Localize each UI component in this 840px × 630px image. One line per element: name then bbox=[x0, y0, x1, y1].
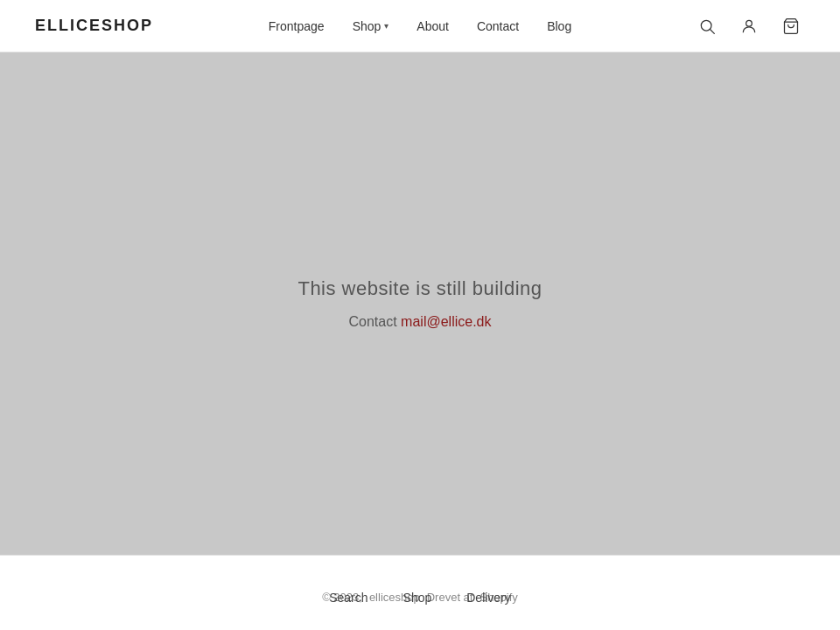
header-icons bbox=[693, 12, 805, 40]
main-nav: Frontpage Shop ▾ About Contact Blog bbox=[269, 19, 571, 33]
nav-frontpage[interactable]: Frontpage bbox=[269, 19, 325, 33]
svg-line-1 bbox=[710, 29, 715, 33]
nav-about[interactable]: About bbox=[416, 19, 449, 33]
main-content: This website is still building Contact m… bbox=[298, 277, 542, 330]
cart-icon bbox=[782, 18, 800, 35]
footer-shop[interactable]: Shop bbox=[403, 591, 432, 605]
nav-blog[interactable]: Blog bbox=[547, 19, 571, 33]
cart-button[interactable] bbox=[777, 12, 805, 40]
site-header: ELLICESHOP Frontpage Shop ▾ About Contac… bbox=[0, 0, 840, 52]
contact-label: Contact bbox=[349, 314, 397, 329]
main-content-area: This website is still building Contact m… bbox=[0, 52, 840, 555]
contact-line: Contact mail@ellice.dk bbox=[298, 314, 542, 330]
footer-delivery[interactable]: Delivery bbox=[466, 591, 511, 605]
contact-email[interactable]: mail@ellice.dk bbox=[401, 314, 491, 329]
shop-chevron-icon: ▾ bbox=[384, 21, 388, 31]
search-button[interactable] bbox=[693, 12, 721, 40]
svg-point-2 bbox=[746, 20, 752, 26]
search-icon bbox=[698, 18, 716, 35]
building-text: This website is still building bbox=[298, 277, 542, 300]
footer-nav: Search Shop Delivery bbox=[329, 591, 511, 605]
account-icon bbox=[740, 18, 758, 35]
footer-search[interactable]: Search bbox=[329, 591, 368, 605]
nav-shop[interactable]: Shop bbox=[353, 19, 382, 33]
site-logo: ELLICESHOP bbox=[35, 17, 153, 35]
svg-point-0 bbox=[701, 20, 711, 31]
nav-contact[interactable]: Contact bbox=[477, 19, 519, 33]
account-button[interactable] bbox=[735, 12, 763, 40]
site-footer: Search Shop Delivery © 2023, elliceshop … bbox=[0, 555, 840, 630]
